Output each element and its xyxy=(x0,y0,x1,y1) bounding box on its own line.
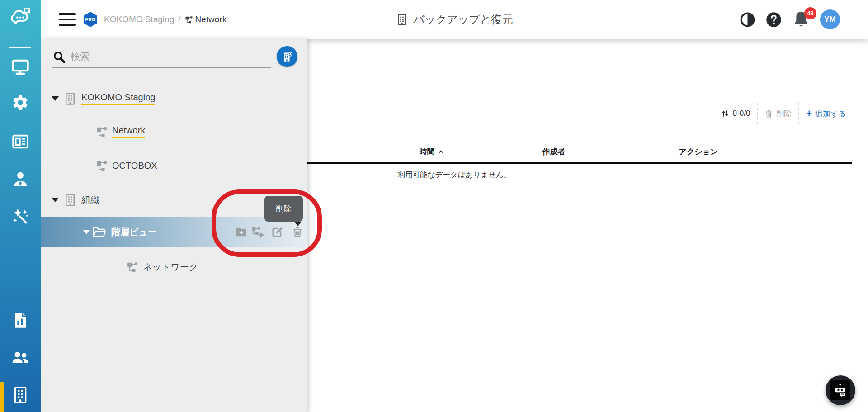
toolbar-separator xyxy=(798,103,799,124)
breadcrumb-org[interactable]: KOKOMO Staging xyxy=(104,14,174,24)
tree-item-kokomo-staging[interactable]: KOKOMO Staging xyxy=(41,90,307,108)
column-header-time[interactable]: 時間 xyxy=(400,142,463,161)
sidebar-item-users-icon[interactable] xyxy=(11,348,29,366)
building-icon xyxy=(63,92,77,105)
add-folder-button[interactable] xyxy=(235,226,248,238)
theme-contrast-button[interactable] xyxy=(739,11,756,28)
notifications-button[interactable]: 43 xyxy=(792,10,811,29)
tree-item-label: 組織 xyxy=(81,194,99,206)
network-icon xyxy=(185,15,193,24)
page-title-label: バックアップと復元 xyxy=(414,12,513,27)
toolbar-separator xyxy=(757,103,758,124)
tree-item-network[interactable]: Network xyxy=(41,123,307,140)
chevron-down-icon[interactable] xyxy=(52,198,59,202)
swap-vert-icon xyxy=(721,109,730,118)
robot-icon xyxy=(830,380,850,400)
plus-icon xyxy=(806,109,812,118)
sort-ascending-icon xyxy=(438,148,444,155)
breadcrumb-page-label: Network xyxy=(195,14,227,24)
range-label: 0-0/0 xyxy=(733,109,750,118)
app-logo-chat-icon[interactable] xyxy=(9,6,31,28)
tree-item-octobox[interactable]: OCTOBOX xyxy=(41,157,307,174)
column-header-creator-label: 作成者 xyxy=(542,147,566,157)
tree-item-label: Network xyxy=(112,125,145,138)
table-toolbar: 0-0/0 削除 追加する xyxy=(721,102,846,125)
network-icon xyxy=(127,261,138,273)
add-label: 追加する xyxy=(815,109,846,119)
column-header-action-label: アクション xyxy=(679,147,718,157)
edit-button[interactable] xyxy=(271,226,283,238)
delete-tooltip: 削除 xyxy=(264,196,303,222)
column-header-action: アクション xyxy=(658,142,739,161)
tree-item-label: ネットワーク xyxy=(143,261,198,273)
top-header: PRO KOKOMO Staging / Network バックアップと復元 4… xyxy=(41,0,868,39)
chevron-down-icon[interactable] xyxy=(52,96,59,101)
chat-bot-button[interactable] xyxy=(826,375,855,405)
org-tree-drawer: KOKOMO Staging Network OCTOBOX 組織 階層ビュー … xyxy=(41,39,307,412)
network-icon xyxy=(96,126,108,137)
sidebar-item-news-icon[interactable] xyxy=(11,133,29,151)
search-icon xyxy=(52,50,66,64)
add-organization-button[interactable] xyxy=(277,46,297,67)
tree-item-label: OCTOBOX xyxy=(112,161,157,171)
building-icon xyxy=(63,193,77,207)
avatar[interactable]: YM xyxy=(820,9,840,29)
sidebar-item-report-icon[interactable] xyxy=(11,311,29,329)
sidebar-divider xyxy=(9,47,31,48)
sidebar-item-person-tie-icon[interactable] xyxy=(11,170,29,189)
search-input[interactable] xyxy=(71,47,265,66)
notification-badge: 43 xyxy=(804,7,816,19)
delete-button[interactable] xyxy=(292,226,302,238)
delete-button[interactable]: 削除 xyxy=(764,109,792,119)
sort-range-control[interactable]: 0-0/0 xyxy=(721,109,750,118)
sidebar-item-gear-icon[interactable] xyxy=(11,94,29,112)
chevron-down-icon[interactable] xyxy=(83,230,90,234)
add-button[interactable]: 追加する xyxy=(806,109,846,119)
app-sidebar xyxy=(0,0,41,412)
help-button[interactable] xyxy=(765,11,782,28)
breadcrumb-separator: / xyxy=(178,14,180,24)
building-plus-icon xyxy=(281,51,293,63)
folder-open-icon xyxy=(92,225,107,239)
page-title: バックアップと復元 xyxy=(396,0,513,39)
tree-item-nettowaku[interactable]: ネットワーク xyxy=(41,258,307,275)
sidebar-item-monitor-icon[interactable] xyxy=(11,58,29,76)
tooltip-arrow xyxy=(294,222,302,226)
tree-item-label: 階層ビュー xyxy=(111,226,157,238)
building-icon xyxy=(396,14,408,26)
breadcrumb: KOKOMO Staging / Network xyxy=(104,0,226,39)
sidebar-item-building-icon[interactable] xyxy=(11,386,29,404)
sidebar-item-magic-wand-icon[interactable] xyxy=(11,207,29,225)
column-header-creator: 作成者 xyxy=(518,142,590,161)
trash-icon xyxy=(764,109,773,118)
header-actions: 43 YM xyxy=(739,0,840,39)
delete-label: 削除 xyxy=(776,109,792,119)
tree-item-label: KOKOMO Staging xyxy=(81,92,155,105)
column-header-time-label: 時間 xyxy=(420,147,435,157)
breadcrumb-page[interactable]: Network xyxy=(185,14,227,24)
search-underline xyxy=(52,67,271,68)
pro-badge: PRO xyxy=(83,12,98,27)
hamburger-menu-button[interactable] xyxy=(59,13,76,26)
active-item-marker xyxy=(0,382,4,412)
network-icon xyxy=(96,160,108,171)
add-network-button[interactable] xyxy=(251,226,264,238)
